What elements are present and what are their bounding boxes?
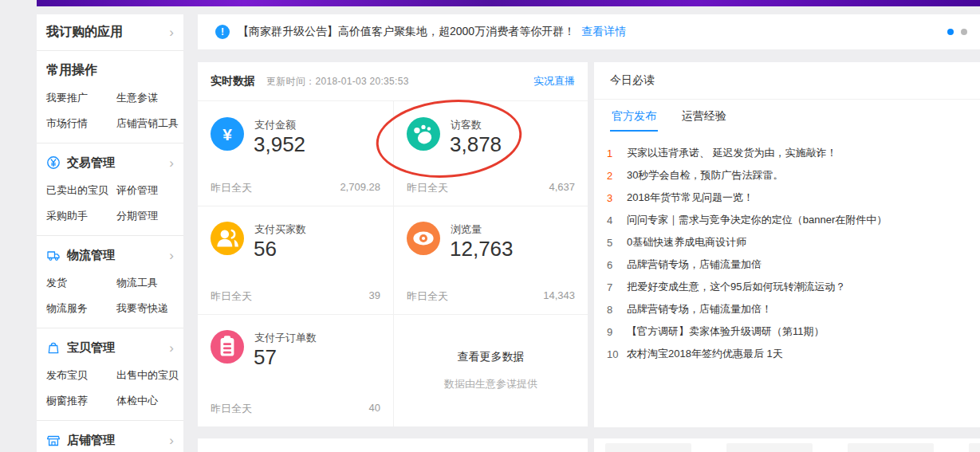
sidebar-link[interactable]: 我要寄快递: [116, 301, 174, 316]
sidebar-item-subscribed-apps[interactable]: 我订购的应用 ›: [46, 14, 174, 50]
sidebar-item-shop[interactable]: 店铺管理 ›: [46, 431, 174, 449]
sidebar-section-logistics: 物流管理 › 发货 物流工具 物流服务 我要寄快递: [46, 236, 174, 328]
truck-icon: [46, 248, 61, 262]
update-time: 更新时间：2018-01-03 20:35:53: [266, 75, 409, 88]
panel-title: 实时数据: [211, 74, 255, 88]
sidebar-section-shop: 店铺管理 › 查看淘宝店铺 店铺装修 图片空间 手机淘宝店铺: [46, 421, 174, 452]
yesterday-label: 昨日全天: [211, 181, 252, 195]
metric-label: 访客数: [451, 118, 482, 132]
live-broadcast-link[interactable]: 实况直播: [533, 74, 575, 88]
sidebar-item-trade[interactable]: 交易管理 ›: [46, 154, 174, 171]
item-number: 4: [607, 214, 627, 226]
item-text: 0基础快速养成电商设计师: [627, 235, 746, 250]
chevron-right-icon: ›: [169, 434, 174, 447]
pagination-dot[interactable]: [961, 29, 967, 35]
announcement-detail-link[interactable]: 查看详情: [581, 25, 626, 39]
metric-label: 浏览量: [451, 222, 482, 237]
sidebar-link[interactable]: 评价管理: [116, 183, 174, 198]
item-text: 问问专家｜需求与竞争决定你的定位（banner在附件中）: [627, 213, 887, 227]
yen-circle-icon: [46, 155, 61, 170]
section-label: 交易管理: [67, 155, 115, 171]
bottom-left-panel: [198, 438, 588, 452]
today-header: 今日必读: [594, 62, 980, 100]
sidebar-link[interactable]: 物流服务: [46, 301, 116, 316]
list-item[interactable]: 9 【官方调研】卖家体验升级调研（第11期）: [607, 320, 966, 343]
item-text: 品牌营销专场，店铺流量加倍！: [627, 302, 772, 316]
list-item[interactable]: 3 2018年货节常见问题一览！: [607, 187, 966, 209]
sidebar-link[interactable]: 采购助手: [46, 209, 116, 223]
announcement-bar: ! 【商家群升级公告】高价值客户聚集地，超2000万消费者等你开群！ 查看详情: [198, 14, 980, 49]
metric-value: 3,952: [254, 132, 305, 157]
item-number: 3: [607, 192, 627, 204]
section-label: 常用操作: [46, 62, 97, 79]
yesterday-label: 昨日全天: [407, 181, 448, 195]
bottom-right-panel: [594, 438, 980, 452]
metric-card-visitors[interactable]: 访客数 3,878 昨日全天 4,637: [394, 101, 588, 206]
sidebar-link[interactable]: 生意参谋: [116, 91, 179, 105]
sidebar-link[interactable]: 分期管理: [116, 209, 174, 223]
placeholder-block: [605, 443, 691, 452]
update-time-label: 更新时间：: [266, 76, 316, 87]
item-text: 2018年货节常见问题一览！: [627, 191, 754, 205]
sidebar-link[interactable]: 体检中心: [116, 394, 179, 408]
metric-value: 57: [254, 345, 277, 370]
metric-value: 12,763: [450, 237, 514, 261]
item-number: 2: [607, 170, 627, 182]
chevron-right-icon: ›: [169, 249, 174, 262]
list-item[interactable]: 5 0基础快速养成电商设计师: [607, 231, 966, 254]
sidebar-link[interactable]: 橱窗推荐: [46, 394, 116, 408]
data-source-note: 数据由生意参谋提供: [444, 377, 537, 391]
sidebar-link[interactable]: 发货: [46, 276, 116, 290]
sidebar-link[interactable]: 物流工具: [116, 276, 174, 290]
yesterday-value: 14,343: [543, 289, 575, 304]
sidebar-link[interactable]: 发布宝贝: [46, 368, 116, 383]
item-text: 【官方调研】卖家体验升级调研（第11期）: [627, 324, 825, 339]
footprint-icon: [407, 117, 440, 151]
sidebar-link[interactable]: 出售中的宝贝: [116, 368, 179, 383]
yesterday-value: 4,637: [549, 181, 575, 195]
yen-icon: ¥: [211, 117, 244, 151]
list-item[interactable]: 4 问问专家｜需求与竞争决定你的定位（banner在附件中）: [607, 209, 966, 231]
sidebar-item-items[interactable]: 宝贝管理 ›: [46, 339, 174, 356]
metric-label: 支付买家数: [254, 222, 306, 237]
list-item[interactable]: 7 把爱好变成生意，这个95后如何玩转潮流运动？: [607, 276, 966, 298]
shop-icon: [46, 433, 61, 447]
sidebar-item-logistics[interactable]: 物流管理 ›: [46, 246, 174, 264]
sidebar-link[interactable]: 我要推广: [46, 91, 116, 105]
chevron-right-icon: ›: [169, 341, 174, 355]
metric-card-pageviews[interactable]: 浏览量 12,763 昨日全天 14,343: [394, 206, 588, 314]
section-label: 物流管理: [67, 248, 115, 263]
item-text: 30秒学会自检，预防广告法踩雷。: [627, 168, 783, 183]
metric-card-payment-amount[interactable]: ¥ 支付金额 3,952 昨日全天 2,709.28: [198, 101, 393, 206]
metric-value: 3,878: [450, 132, 502, 157]
yesterday-value: 2,709.28: [340, 181, 380, 195]
placeholder-block: [969, 443, 980, 452]
item-number: 6: [607, 259, 627, 271]
sidebar-section-trade: 交易管理 › 已卖出的宝贝 评价管理 采购助手 分期管理: [46, 143, 174, 235]
item-number: 8: [607, 304, 627, 316]
sidebar-link[interactable]: 已卖出的宝贝: [46, 183, 116, 198]
placeholder-block: [726, 443, 813, 452]
buyers-icon: [211, 222, 244, 255]
sidebar-link[interactable]: 店铺营销工具: [116, 116, 179, 131]
tab-operation-experience[interactable]: 运营经验: [680, 100, 728, 132]
sidebar-link[interactable]: 市场行情: [46, 116, 116, 131]
placeholder-block: [848, 443, 934, 452]
metric-card-paying-buyers[interactable]: 支付买家数 56 昨日全天 39: [198, 206, 393, 314]
list-item[interactable]: 1 买家以违背承诺、 延迟发货为由，实施敲诈！: [607, 142, 966, 164]
metric-card-sub-orders[interactable]: 支付子订单数 57 昨日全天 40: [198, 314, 393, 426]
item-number: 1: [607, 147, 627, 159]
section-label: 宝贝管理: [67, 340, 115, 356]
pagination-dot-active[interactable]: [947, 29, 954, 35]
list-item[interactable]: 8 品牌营销专场，店铺流量加倍！: [607, 298, 966, 320]
tab-official-release[interactable]: 官方发布: [610, 100, 658, 132]
panel-title: 今日必读: [610, 73, 655, 88]
announcement-text: 【商家群升级公告】高价值客户聚集地，超2000万消费者等你开群！: [238, 25, 575, 39]
yesterday-label: 昨日全天: [211, 402, 252, 416]
list-item[interactable]: 10 农村淘宝2018年签约优惠最后 1天: [607, 343, 966, 365]
item-number: 5: [607, 237, 627, 249]
view-more-data-link[interactable]: 查看更多数据: [458, 350, 525, 364]
more-data-cell: 查看更多数据 数据由生意参谋提供: [394, 314, 588, 426]
list-item[interactable]: 2 30秒学会自检，预防广告法踩雷。: [607, 164, 966, 187]
list-item[interactable]: 6 品牌营销专场，店铺流量加倍: [607, 254, 966, 276]
